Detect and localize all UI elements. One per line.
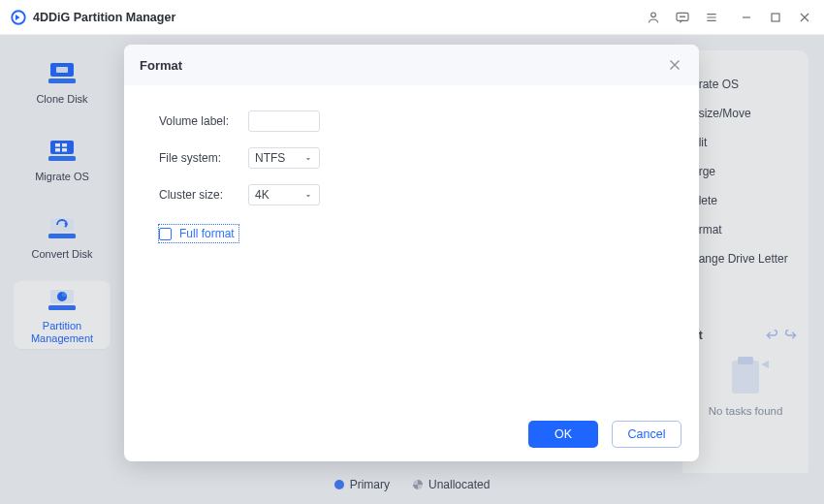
window-close-button[interactable] (795, 8, 814, 27)
file-system-select[interactable]: NTFS (248, 147, 320, 169)
dialog-title: Format (140, 58, 182, 73)
volume-label-label: Volume label: (159, 114, 248, 128)
cluster-size-value: 4K (255, 188, 269, 202)
titlebar: 4DDiG Partition Manager (0, 0, 824, 35)
format-dialog: Format Volume label: File system: NTFS C… (124, 45, 699, 461)
full-format-checkbox[interactable] (159, 228, 172, 240)
cancel-button[interactable]: Cancel (612, 421, 681, 448)
app-logo-icon (10, 9, 27, 26)
user-icon[interactable] (644, 8, 663, 27)
feedback-icon[interactable] (673, 8, 692, 27)
full-format-label: Full format (179, 227, 235, 240)
file-system-label: File system: (159, 151, 248, 165)
cluster-size-select[interactable]: 4K (248, 184, 320, 205)
dialog-footer: OK Cancel (124, 407, 699, 461)
svg-point-5 (684, 16, 685, 16)
dialog-close-button[interactable] (666, 56, 683, 74)
svg-point-4 (682, 16, 683, 16)
chevron-down-icon (303, 153, 313, 167)
full-format-checkbox-row[interactable]: Full format (159, 225, 238, 242)
svg-rect-6 (772, 14, 779, 21)
file-system-value: NTFS (255, 151, 285, 165)
dialog-body: Volume label: File system: NTFS Cluster … (124, 85, 699, 407)
menu-icon[interactable] (702, 8, 721, 27)
volume-label-input[interactable] (248, 110, 320, 132)
svg-point-3 (681, 16, 681, 16)
window-maximize-button[interactable] (766, 8, 785, 27)
window-minimize-button[interactable] (737, 8, 756, 27)
ok-button[interactable]: OK (528, 421, 598, 448)
ok-button-label: OK (555, 427, 572, 441)
cluster-size-label: Cluster size: (159, 188, 248, 202)
dialog-header: Format (124, 45, 699, 85)
svg-point-1 (651, 13, 656, 17)
app-title: 4DDiG Partition Manager (33, 11, 175, 24)
chevron-down-icon (303, 190, 313, 204)
cancel-button-label: Cancel (628, 427, 666, 441)
